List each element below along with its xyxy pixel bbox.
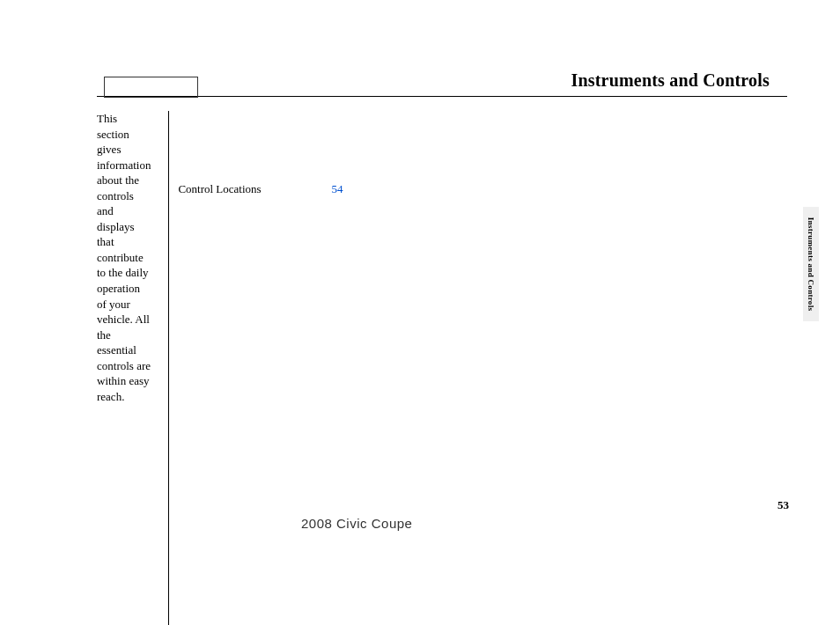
side-tab: Instruments and Controls (803, 207, 819, 321)
blank-box (104, 77, 198, 98)
side-tab-label: Instruments and Controls (807, 217, 815, 312)
model-line: 2008 Civic Coupe (301, 516, 412, 531)
page-number: 53 (777, 498, 789, 512)
column-separator-1 (168, 111, 169, 625)
toc-entry: Control Locations54 (178, 111, 840, 625)
intro-text: This section gives information about the… (97, 111, 159, 625)
toc-page: 54 (330, 111, 840, 625)
toc-column-1: Control Locations54Instrument Panel55Ins… (178, 111, 840, 625)
toc-page-link[interactable]: 54 (332, 182, 343, 195)
section-title: Instruments and Controls (97, 70, 787, 91)
page-container: Instruments and Controls This section gi… (0, 0, 840, 625)
content-columns: This section gives information about the… (97, 111, 787, 625)
toc-label: Control Locations (178, 181, 261, 197)
title-rule (97, 96, 787, 97)
